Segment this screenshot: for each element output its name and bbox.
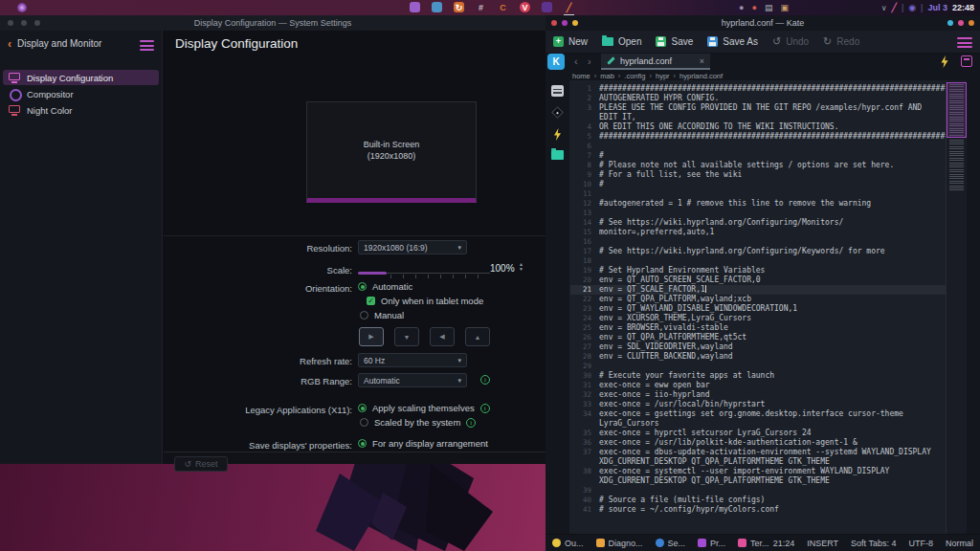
breadcrumb-item[interactable]: hyprland.conf [679,72,723,80]
settings-titlebar[interactable]: Display Configuration — System Settings [0,15,546,31]
workspace-app-3[interactable]: ↻ [454,2,464,12]
save-displays-option[interactable]: For any display arrangement [358,438,488,449]
kate-titlebar[interactable]: hyprland.conf — Kate [546,15,980,31]
tray-icon-4[interactable]: ▣ [780,3,789,12]
session-mode[interactable]: Normal [946,539,973,548]
editor-line[interactable]: 40 # Source a file (multi-file configs) [570,496,946,505]
orientation-button[interactable]: ▶ [359,327,384,346]
nav-back-arrow[interactable]: ‹ [574,55,578,67]
snippets-bolt-icon[interactable] [940,55,949,68]
editor-line[interactable]: 14 # See https://wiki.hyprland.org/Confi… [570,218,946,228]
workspace-app-8[interactable]: ╱ [564,2,574,12]
editor-line[interactable]: 18 [570,256,946,266]
orientation-button[interactable]: ▲ [465,327,490,346]
sidebar-menu-icon[interactable] [140,40,154,51]
cursor-position[interactable]: 21:24 [773,539,795,548]
editor-line[interactable]: 16 [570,237,946,247]
info-icon[interactable]: i [480,375,490,385]
window-button[interactable] [8,20,13,26]
editor-line[interactable]: 7 # [570,151,946,161]
minimap-viewport[interactable] [947,82,967,138]
editor-line[interactable]: 30 # Execute your favorite apps at launc… [570,371,946,381]
editor-line[interactable]: 41 # source = ~/.config/hypr/myColors.co… [570,505,946,515]
tab-close-icon[interactable]: × [700,56,704,66]
tray-icon-1[interactable]: ● [739,3,744,12]
editor-line[interactable]: 10 # [570,180,946,189]
breadcrumb-item[interactable]: home [572,72,590,80]
editor-line[interactable]: 2 AUTOGENERATED HYPR CONFIG. [570,94,946,103]
editor-line[interactable]: 29 [570,362,946,371]
legacy-option-1[interactable]: Apply scaling themselves i [358,403,490,413]
encoding[interactable]: UTF-8 [908,539,933,548]
documents-icon[interactable] [551,85,564,97]
window-button[interactable] [958,20,964,26]
editor-line[interactable]: 4 OR EDIT THIS ONE ACCORDING TO THE WIKI… [570,122,946,132]
reset-button[interactable]: ↺ Reset [174,456,228,472]
statusbar-panel-button[interactable]: Se... [656,539,686,548]
editor-line[interactable]: 36 exec-once = /usr/lib/polkit-kde-authe… [570,438,946,448]
undo-button[interactable]: ↺ Undo [772,36,809,47]
sidebar-item[interactable]: Compositor [3,86,159,101]
monitor-preview[interactable]: Built-in Screen (1920x1080) [306,101,477,203]
pen-tray-icon[interactable]: ╱ [891,3,896,12]
editor-line[interactable]: 33 exec-once = /usr/local/bin/hyprstart [570,400,946,409]
tab-hyprland-conf[interactable]: hyprland.conf × [601,54,710,70]
workspace-app-2[interactable] [432,2,442,12]
hamburger-menu-icon[interactable] [957,37,972,48]
editor-line[interactable]: 1 ######################################… [570,84,946,94]
tablet-mode-checkbox[interactable]: ✓ Only when in tablet mode [367,296,483,306]
editor-line[interactable]: 12 #autogenerated = 1 # remove this line… [570,199,946,209]
filesystem-folder-icon[interactable] [551,150,564,160]
editor-line[interactable]: 31 exec-once = eww open bar [570,381,946,390]
window-button[interactable] [969,20,974,26]
editor-line[interactable]: 6 [570,142,946,151]
editor-line[interactable]: 37 exec-once = dbus-update-activation-en… [570,448,946,467]
editor-line[interactable]: 39 [570,486,946,496]
orientation-automatic-radio[interactable]: Automatic [358,281,412,292]
statusbar-panel-button[interactable]: Ou... [552,539,584,548]
editor-line[interactable]: 26 env = QT_QPA_PLATFORMTHEME,qt5ct [570,333,946,342]
window-button[interactable] [572,20,578,26]
editor-line[interactable]: 35 exec-once = hyprctl setcursor LyraG_C… [570,429,946,438]
window-button[interactable] [562,20,568,26]
breadcrumb-item[interactable]: hypr [656,72,670,80]
editor-line[interactable]: 20 env = QT_AUTO_SCREEN_SCALE_FACTOR,0 [570,276,946,285]
editor-line[interactable]: 23 env = QT_WAYLAND_DISABLE_WINDOWDECORA… [570,304,946,314]
launcher-icon[interactable] [17,3,27,12]
minimap[interactable] [946,80,967,534]
info-icon[interactable]: i [480,404,490,413]
editor-line[interactable]: 32 exec-once = iio-hyprland [570,390,946,400]
legacy-option-2[interactable]: Scaled by the system i [360,417,476,428]
save-as-button[interactable]: Save As [707,36,758,47]
workspace-app-1[interactable] [410,2,420,12]
scale-spinner[interactable]: ▲▼ [519,262,523,272]
statusbar-panel-button[interactable]: Pr... [698,539,725,548]
sidebar-back[interactable]: ‹ Display and Monitor [8,38,101,49]
chevron-down-icon[interactable]: ∨ [881,4,887,12]
panel-toggle-icon[interactable] [961,55,972,67]
editor-line[interactable]: 27 env = SDL_VIDEODRIVER,wayland [570,342,946,352]
orientation-manual-radio[interactable]: Manual [360,310,404,320]
editor-line[interactable]: 3 PLEASE USE THE CONFIG PROVIDED IN THE … [570,103,946,122]
tray-icon-2[interactable]: ● [751,3,756,12]
breadcrumb-item[interactable]: .config [624,72,645,80]
editor-line[interactable]: 5 ######################################… [570,132,946,142]
window-button[interactable] [21,20,27,26]
redo-button[interactable]: ↻ Redo [823,36,859,47]
window-button[interactable] [34,20,40,26]
window-button[interactable] [947,20,953,26]
clock-date[interactable]: Jul 3 [927,3,947,12]
editor-line[interactable]: 34 exec-once = gsettings set org.gnome.d… [570,409,946,429]
editor-line[interactable]: 17 # See https://wiki.hyprland.org/Confi… [570,247,946,256]
editor-line[interactable]: 11 [570,189,946,199]
workspace-app-6[interactable]: V [520,2,530,12]
editor-line[interactable]: 15 monitor=,preferred,auto,1 [570,228,946,237]
network-globe-icon[interactable]: ◉ [908,3,916,12]
workspace-app-5[interactable]: C [498,2,508,12]
new-button[interactable]: + New [553,36,588,47]
editor-line[interactable]: 19 # Set Hyprland Environment Variables [570,266,946,276]
info-icon[interactable]: i [466,418,476,428]
breadcrumb-item[interactable]: mab [600,72,614,80]
sidebar-item[interactable]: Night Color [3,102,159,118]
workspace-app-7[interactable] [542,2,552,12]
